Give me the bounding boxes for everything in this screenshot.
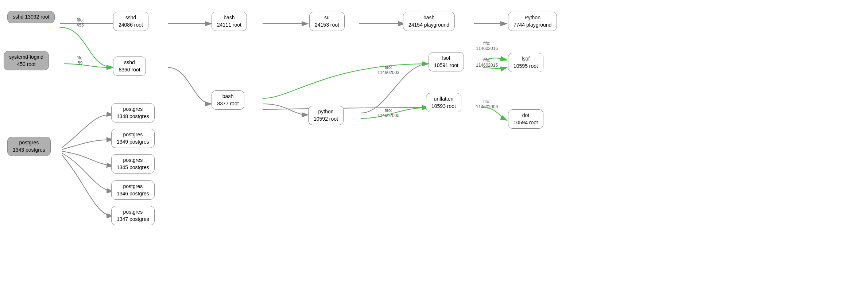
node-postgres-1348: postgres1348 postgres — [111, 103, 155, 122]
edge-label-fifo-114602005: fifo:114602005 — [377, 108, 399, 118]
node-postgres-1343: postgres1343 postgres — [7, 137, 51, 156]
node-postgres-1345: postgres1345 postgres — [111, 154, 155, 174]
node-postgres-1347: postgres1347 postgres — [111, 206, 155, 225]
node-sshd-24086: sshd24086 root — [113, 12, 148, 31]
node-python-10592: python10592 root — [308, 106, 344, 125]
edge-label-fifo-114602006: fifo:114602006 — [476, 99, 498, 109]
edge-label-fifo-59: fifo:59 — [77, 55, 84, 66]
node-bash-24154: bash24154 playground — [403, 12, 455, 31]
edge-label-fifo-455: fifo:455 — [77, 17, 84, 28]
node-su-24153: su24153 root — [309, 12, 345, 31]
node-python-7744: Python7744 playground — [508, 12, 557, 31]
node-lsof-10591: lsof10591 root — [429, 52, 464, 71]
node-unflatten-10593: unflatten10593 root — [426, 93, 461, 112]
node-lsof-10595: lsof10595 root — [508, 53, 543, 72]
edge-label-fifo-114602016: fifo:114602016 — [476, 41, 498, 51]
edge-label-fifo-114602003: fifo:114602003 — [377, 65, 399, 75]
node-bash-24111: bash24111 root — [212, 12, 247, 31]
edge-label-fifo-114602015: fifo:114602015 — [476, 58, 498, 68]
node-bash-8377: bash8377 root — [212, 90, 244, 110]
node-postgres-1349: postgres1349 postgres — [111, 129, 155, 148]
node-sshd-8360: sshd8360 root — [113, 57, 146, 76]
node-dot-10594: dot10594 root — [508, 109, 543, 129]
node-sshd-13092: sshd 13092 root — [7, 11, 55, 23]
node-postgres-1346: postgres1346 postgres — [111, 180, 155, 200]
node-systemd-logind: systemd-logind450 root — [4, 51, 49, 70]
